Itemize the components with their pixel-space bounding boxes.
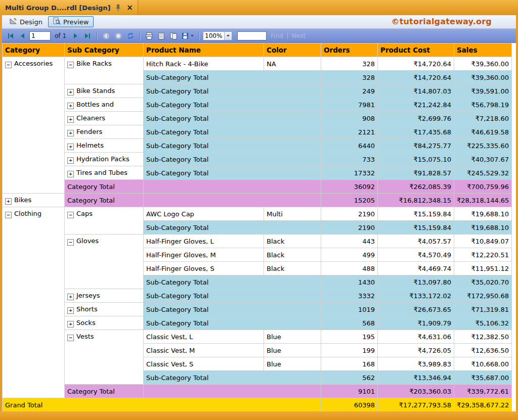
group-cell: +Shorts: [65, 303, 144, 316]
category-total-cell: Category Total: [65, 180, 144, 194]
category-total-cell: [144, 194, 321, 207]
subtotal-cell: ₹7,218.60: [454, 112, 512, 125]
tab-preview[interactable]: Preview: [48, 16, 94, 27]
subtotal-cell: ₹71,319.81: [454, 303, 512, 316]
subtotal-cell: Sub-Category Total: [144, 303, 321, 316]
tab-design[interactable]: Design: [5, 16, 47, 27]
group-label: Caps: [76, 210, 93, 217]
detail-cell: ₹10,849.07: [454, 235, 512, 248]
subtotal-cell: 2190: [321, 221, 378, 235]
pin-icon[interactable]: [114, 4, 122, 12]
table-row: +Bottles andSub-Category Total7981₹21,24…: [3, 98, 512, 112]
subtotal-cell: 562: [321, 371, 378, 385]
page-setup-button[interactable]: [168, 31, 179, 41]
find-button[interactable]: Find: [271, 32, 283, 39]
document-tab[interactable]: Multi Group D....rdl [Design] ×: [0, 0, 138, 15]
group-cell: +Fenders: [65, 125, 144, 139]
expand-toggle-icon[interactable]: +: [67, 130, 74, 136]
last-page-button[interactable]: [82, 31, 93, 41]
collapse-toggle-icon[interactable]: −: [67, 335, 74, 341]
export-button[interactable]: [181, 31, 194, 41]
expand-toggle-icon[interactable]: +: [67, 89, 74, 96]
group-cell: +Bikes: [3, 194, 65, 207]
detail-cell: ₹19,688.10: [454, 207, 512, 221]
expand-toggle-icon[interactable]: +: [67, 144, 74, 150]
subtotal-cell: Sub-Category Total: [144, 166, 321, 180]
subtotal-cell: ₹84,275.77: [378, 139, 454, 153]
collapse-toggle-icon[interactable]: −: [67, 62, 74, 68]
find-input[interactable]: [237, 31, 267, 40]
table-row: Category Total9101₹203,360.03₹339,772.61: [3, 385, 512, 398]
stop-button[interactable]: [113, 31, 123, 41]
subtotal-cell: 6440: [321, 139, 378, 153]
subtotal-cell: Sub-Category Total: [144, 275, 321, 289]
print-button[interactable]: [144, 31, 154, 41]
next-page-icon: [74, 33, 77, 38]
zoom-select[interactable]: 100%: [203, 31, 232, 40]
collapse-toggle-icon[interactable]: −: [67, 239, 74, 246]
grand-total-cell: 60398: [321, 398, 378, 412]
detail-cell: Blue: [264, 344, 321, 357]
group-cell: +Tires and Tubes: [65, 166, 144, 180]
first-page-button[interactable]: [5, 31, 15, 41]
app-window: Multi Group D....rdl [Design] × Design: [0, 0, 518, 420]
next-page-button[interactable]: [70, 31, 80, 41]
page-number-input[interactable]: [29, 31, 51, 40]
page-count-label: of 1: [55, 32, 66, 39]
collapse-toggle-icon[interactable]: −: [5, 212, 12, 218]
group-cell: −Gloves: [65, 235, 144, 289]
expand-toggle-icon[interactable]: +: [67, 116, 74, 123]
subtotal-cell: ₹245,529.32: [454, 166, 512, 180]
table-row: +Hydration PacksSub-Category Total733₹15…: [3, 153, 512, 166]
subtotal-cell: Sub-Category Total: [144, 71, 321, 84]
group-cell: −Accessories: [3, 57, 65, 194]
expand-toggle-icon[interactable]: +: [67, 307, 74, 314]
subtotal-cell: 908: [321, 112, 378, 125]
subtotal-cell: Sub-Category Total: [144, 98, 321, 112]
group-cell: −Bike Racks: [65, 57, 144, 84]
table-row: +JerseysSub-Category Total3332₹133,172.0…: [3, 289, 512, 303]
subtotal-cell: Sub-Category Total: [144, 289, 321, 303]
group-label: Vests: [76, 333, 94, 340]
window-titlebar: Multi Group D....rdl [Design] ×: [0, 0, 518, 15]
subtotal-cell: ₹133,172.02: [378, 289, 454, 303]
detail-cell: ₹4,570.49: [378, 248, 454, 262]
category-total-cell: 15205: [321, 194, 378, 207]
toolbar-separator: [97, 31, 97, 40]
expand-toggle-icon[interactable]: +: [67, 294, 74, 300]
prev-page-button[interactable]: [17, 31, 27, 41]
back-button[interactable]: [101, 31, 111, 41]
subtotal-cell: 17332: [321, 166, 378, 180]
detail-cell: Black: [264, 248, 321, 262]
expand-toggle-icon[interactable]: +: [67, 321, 74, 328]
subtotal-cell: ₹17,435.68: [378, 125, 454, 139]
export-dropdown-icon: [191, 35, 194, 37]
group-label: Accessories: [14, 60, 53, 67]
expand-toggle-icon[interactable]: +: [67, 171, 74, 177]
table-row: Grand Total60398₹17,277,793.58₹29,358,67…: [3, 398, 512, 412]
table-row: −GlovesHalf-Finger Gloves, LBlack443₹4,0…: [3, 235, 512, 248]
detail-cell: ₹4,631.06: [378, 330, 454, 344]
report-body: CategorySub CategoryProduct NameColorOrd…: [2, 43, 516, 411]
group-label: Tires and Tubes: [76, 169, 127, 176]
category-total-cell: [144, 385, 321, 398]
expand-toggle-icon[interactable]: +: [67, 103, 74, 109]
expand-toggle-icon[interactable]: +: [5, 198, 12, 205]
expand-toggle-icon[interactable]: +: [67, 157, 74, 164]
close-icon[interactable]: ×: [125, 4, 134, 12]
collapse-toggle-icon[interactable]: −: [5, 62, 12, 68]
subtotal-cell: ₹5,106.32: [454, 316, 512, 330]
refresh-icon: [126, 32, 135, 40]
print-layout-button[interactable]: [156, 31, 166, 41]
next-button[interactable]: Next: [292, 32, 306, 39]
column-header: Color: [264, 43, 321, 57]
group-label: Clothing: [14, 210, 41, 217]
collapse-toggle-icon[interactable]: −: [67, 212, 74, 218]
subtotal-cell: ₹1,909.79: [378, 316, 454, 330]
tab-design-label: Design: [20, 18, 42, 26]
table-row: −Accessories−Bike RacksHitch Rack - 4-Bi…: [3, 57, 512, 71]
refresh-button[interactable]: [125, 31, 136, 41]
subtotal-cell: ₹13,346.94: [378, 371, 454, 385]
detail-cell: Half-Finger Gloves, M: [144, 248, 264, 262]
subtotal-cell: ₹2,699.76: [378, 112, 454, 125]
